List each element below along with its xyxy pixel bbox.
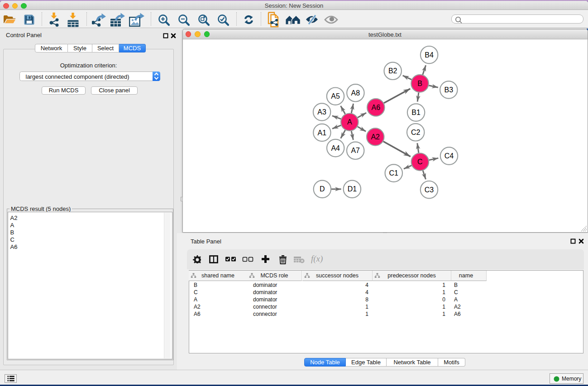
- svg-text:A4: A4: [331, 144, 340, 152]
- svg-text:A7: A7: [351, 147, 360, 154]
- svg-text:C3: C3: [424, 186, 434, 194]
- svg-text:B2: B2: [388, 67, 397, 75]
- svg-text:B1: B1: [411, 109, 421, 116]
- svg-text:A3: A3: [317, 108, 326, 116]
- svg-text:A6: A6: [371, 104, 380, 111]
- svg-text:A8: A8: [351, 89, 360, 97]
- svg-text:A: A: [347, 118, 352, 126]
- svg-text:A1: A1: [317, 129, 326, 137]
- svg-text:B3: B3: [444, 86, 453, 94]
- svg-text:B4: B4: [425, 51, 434, 59]
- svg-text:C: C: [417, 158, 423, 166]
- svg-text:C4: C4: [444, 152, 454, 160]
- svg-text:D: D: [320, 185, 325, 193]
- svg-text:A2: A2: [371, 133, 380, 141]
- svg-text:C2: C2: [411, 129, 420, 136]
- svg-text:B: B: [417, 80, 422, 87]
- svg-text:D1: D1: [347, 185, 357, 193]
- svg-text:A5: A5: [331, 92, 340, 100]
- svg-text:C1: C1: [389, 169, 398, 177]
